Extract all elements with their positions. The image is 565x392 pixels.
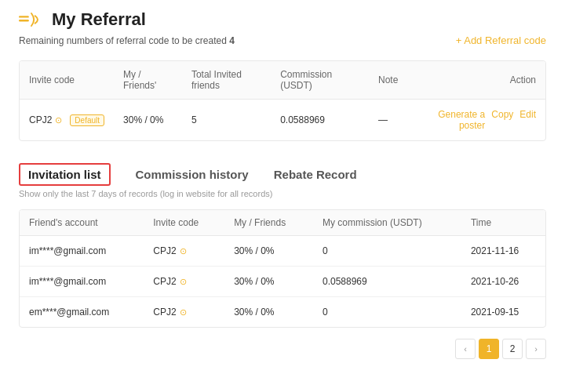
default-badge: Default — [70, 114, 104, 126]
tab-subtitle: Show only the last 7 days of records (lo… — [19, 189, 546, 198]
inv-commission: 0 — [313, 236, 461, 267]
inv-copy-icon[interactable]: ⊙ — [180, 307, 187, 318]
referral-actions: Generate a posterCopyEdit — [407, 100, 545, 141]
inv-col-time: Time — [461, 210, 545, 236]
inv-account: im****@gmail.com — [20, 236, 144, 267]
page-1-button[interactable]: 1 — [479, 339, 499, 359]
add-referral-button[interactable]: + Add Referral code — [456, 34, 546, 46]
inv-col-code: Invite code — [144, 210, 224, 236]
inv-time: 2021-09-15 — [461, 297, 545, 328]
inv-account: im****@gmail.com — [20, 267, 144, 297]
referral-total-invited: 5 — [182, 100, 271, 141]
col-my-friends: My / Friends' — [114, 61, 182, 100]
action-copy[interactable]: Copy — [491, 109, 513, 131]
col-invite-code: Invite code — [20, 61, 114, 100]
action-generate-a-poster[interactable]: Generate a poster — [417, 109, 485, 131]
referral-my-friends: 30% / 0% — [114, 100, 182, 141]
col-commission: Commission (USDT) — [271, 61, 369, 100]
prev-page-button[interactable]: ‹ — [455, 339, 476, 359]
next-page-button[interactable]: › — [526, 339, 546, 359]
tabs-row: Invitation list Commission history Rebat… — [19, 163, 546, 186]
invitation-table-section: Friend's account Invite code My / Friend… — [19, 209, 546, 328]
table-row: im****@gmail.com CPJ2 ⊙ 30% / 0% 0.05889… — [20, 267, 545, 297]
inv-code: CPJ2 ⊙ — [144, 297, 224, 328]
inv-account: em****@gmail.com — [20, 297, 144, 328]
table-row: CPJ2 ⊙ Default 30% / 0% 5 0.0588969 — Ge… — [20, 100, 545, 141]
referral-commission: 0.0588969 — [271, 100, 369, 141]
col-total-invited: Total Invited friends — [182, 61, 271, 100]
tab-rebate-record[interactable]: Rebate Record — [274, 165, 357, 184]
tab-commission-history[interactable]: Commission history — [136, 165, 249, 184]
inv-code: CPJ2 ⊙ — [144, 236, 224, 267]
page-2-button[interactable]: 2 — [502, 339, 523, 359]
inv-time: 2021-10-26 — [461, 267, 545, 297]
table-row: em****@gmail.com CPJ2 ⊙ 30% / 0% 0 2021-… — [20, 297, 545, 328]
action-edit[interactable]: Edit — [519, 109, 536, 131]
copy-code-icon[interactable]: ⊙ — [55, 115, 62, 125]
svg-rect-0 — [19, 16, 29, 17]
inv-col-account: Friend's account — [20, 210, 144, 236]
inv-my-friends: 30% / 0% — [224, 297, 313, 328]
svg-rect-1 — [19, 20, 29, 21]
invitation-table: Friend's account Invite code My / Friend… — [20, 210, 545, 327]
inv-code: CPJ2 ⊙ — [144, 267, 224, 297]
inv-my-friends: 30% / 0% — [224, 267, 313, 297]
table-row: im****@gmail.com CPJ2 ⊙ 30% / 0% 0 2021-… — [20, 236, 545, 267]
inv-time: 2021-11-16 — [461, 236, 545, 267]
col-action: Action — [407, 61, 545, 100]
inv-commission: 0 — [313, 297, 461, 328]
inv-col-commission: My commission (USDT) — [313, 210, 461, 236]
tab-invitation-list[interactable]: Invitation list — [19, 163, 111, 186]
page-title: My Referral — [52, 9, 146, 30]
inv-copy-icon[interactable]: ⊙ — [180, 277, 187, 287]
referral-note: — — [369, 100, 407, 141]
inv-my-friends: 30% / 0% — [224, 236, 313, 267]
inv-copy-icon[interactable]: ⊙ — [180, 246, 187, 256]
logo-icon — [19, 10, 44, 29]
referral-invite-code: CPJ2 ⊙ Default — [20, 100, 114, 141]
inv-col-my-friends: My / Friends — [224, 210, 313, 236]
inv-commission: 0.0588969 — [313, 267, 461, 297]
referral-table-section: Invite code My / Friends' Total Invited … — [19, 60, 546, 141]
referral-table: Invite code My / Friends' Total Invited … — [20, 61, 545, 140]
pagination: ‹ 1 2 › — [19, 339, 546, 359]
remaining-label: Remaining numbers of referral code to be… — [19, 35, 235, 46]
col-note: Note — [369, 61, 407, 100]
